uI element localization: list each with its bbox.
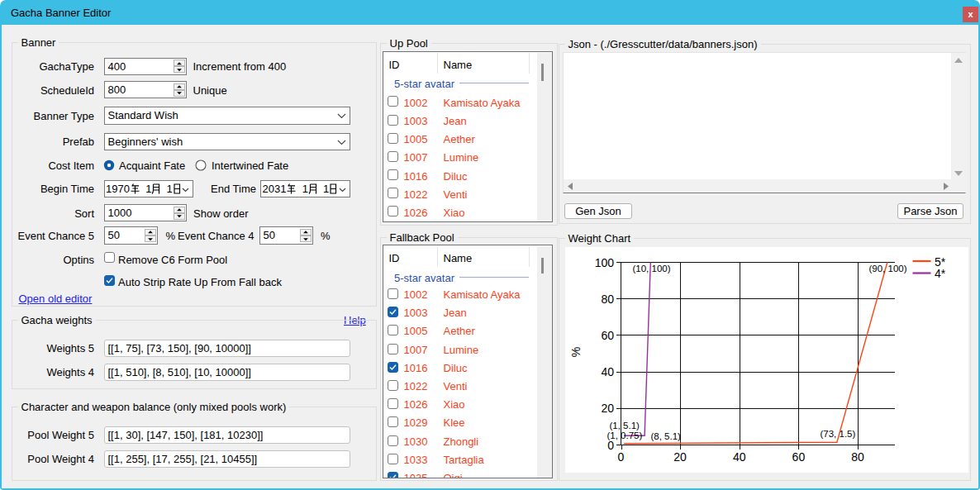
svg-text:(8, 5.1): (8, 5.1) (650, 431, 681, 441)
svg-text:(10, 100): (10, 100) (632, 264, 670, 274)
svg-text:(90, 100): (90, 100) (868, 264, 906, 274)
svg-text:4*: 4* (935, 267, 946, 280)
svg-text:80: 80 (851, 450, 864, 464)
svg-text:(1, 0.75): (1, 0.75) (607, 431, 642, 440)
svg-text:(73, 1.5): (73, 1.5) (820, 429, 855, 439)
svg-text:0: 0 (607, 439, 614, 452)
svg-text:20: 20 (601, 402, 614, 415)
svg-text:80: 80 (601, 293, 614, 306)
svg-text:100: 100 (594, 256, 614, 269)
svg-text:60: 60 (792, 450, 805, 464)
svg-text:0: 0 (617, 450, 624, 464)
svg-text:(1, 5.1): (1, 5.1) (609, 421, 640, 431)
svg-text:%: % (569, 347, 583, 357)
svg-text:40: 40 (732, 450, 745, 464)
svg-text:40: 40 (601, 365, 614, 378)
svg-text:60: 60 (601, 329, 614, 342)
svg-text:20: 20 (673, 450, 687, 464)
